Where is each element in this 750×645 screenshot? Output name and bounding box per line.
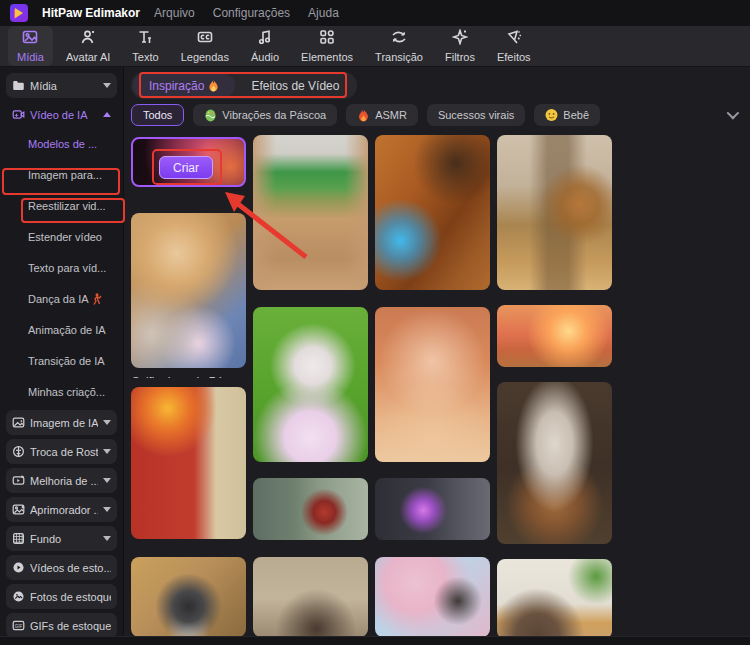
template-caption: Aperto facial 1 <box>254 296 368 298</box>
titlebar: HitPaw Edimakor Arquivo Configurações Aj… <box>0 0 750 26</box>
toolbar-tab-elementos[interactable]: Elementos <box>292 26 362 66</box>
easter-egg-icon <box>204 108 217 122</box>
toolbar-tab-midia[interactable]: Mídia <box>8 26 53 66</box>
sidebar-item-gifs-de-estoque[interactable]: GIF GIFs de estoque <box>6 613 117 637</box>
baby-icon <box>545 108 558 122</box>
expand-categories-button[interactable] <box>720 103 742 125</box>
template-caption: Homem-Ar...a Páscoa <box>376 546 490 548</box>
chip-sucessos-virais[interactable]: Sucessos virais <box>427 104 525 126</box>
sidebar-item-danca-da-ia[interactable]: Dança da IA <box>4 286 119 312</box>
template-card-penguin[interactable] <box>131 557 246 637</box>
sidebar-item-estender-video[interactable]: Estender vídeo <box>4 224 119 250</box>
chevron-down-icon <box>103 420 111 425</box>
chevron-down-icon <box>726 106 739 119</box>
chevron-down-icon <box>103 478 111 483</box>
audio-icon <box>257 29 273 49</box>
menu-arquivo[interactable]: Arquivo <box>154 6 195 20</box>
chevron-up-icon <box>103 112 111 117</box>
toolbar-tab-texto[interactable]: Texto <box>123 26 167 66</box>
template-caption: Derraman...a Páscoa <box>376 468 490 470</box>
menu-ajuda[interactable]: Ajuda <box>308 6 339 20</box>
gif-icon: GIF <box>12 619 25 632</box>
toolbar-tab-filtros[interactable]: Filtros <box>436 26 484 66</box>
image-enhance-icon <box>12 503 25 516</box>
template-card-man-shelf[interactable] <box>497 559 612 637</box>
menu-configuracoes[interactable]: Configurações <box>213 6 290 20</box>
face-swap-icon <box>12 445 25 458</box>
filter-chips-row: Todos Vibrações da Páscoa ASMR Sucessos … <box>131 103 744 126</box>
sidebar-item-reestilizar-video[interactable]: Reestilizar vid... <box>4 193 119 219</box>
template-caption: Patrick Star em chamas <box>132 545 246 548</box>
chip-vibracoes-da-pascoa[interactable]: Vibrações da Páscoa <box>193 104 337 126</box>
sidebar-item-videos-de-estoque[interactable]: Vídeos de esto... <box>6 555 117 580</box>
template-card-cherry-blossom[interactable] <box>375 557 490 637</box>
ai-image-icon <box>12 416 25 429</box>
app-window: HitPaw Edimakor Arquivo Configurações Aj… <box>0 0 750 645</box>
chip-todos[interactable]: Todos <box>131 104 184 126</box>
video-enhance-icon <box>12 474 25 487</box>
template-card-restauracao-porta[interactable] <box>375 135 490 290</box>
avatar-icon <box>80 29 96 49</box>
sidebar-item-texto-para-video[interactable]: Texto para víd... <box>4 255 119 281</box>
chevron-down-icon <box>103 507 111 512</box>
sidebar-item-modelos-de[interactable]: Modelos de ... <box>4 131 119 157</box>
template-caption: Selfie do ... da Páscoa <box>132 374 246 377</box>
text-icon <box>137 29 153 49</box>
template-card-kitchen[interactable] <box>253 557 368 637</box>
sidebar-item-troca-de-rosto[interactable]: Troca de Rost... <box>6 439 117 464</box>
sidebar-item-video-de-ia[interactable]: Vídeo de IA <box>6 102 117 127</box>
sidebar-item-aprimorador[interactable]: Aprimorador ... <box>6 497 117 522</box>
template-card-ilha-amor-fruta[interactable] <box>497 305 612 367</box>
svg-text:GIF: GIF <box>15 624 23 629</box>
dancer-icon <box>92 293 102 305</box>
main-panel: Inspiração Efeitos de Vídeo Todos Vibraç… <box>124 67 750 637</box>
template-card-video-gato[interactable] <box>497 382 612 544</box>
sidebar-item-transicao-de-ia[interactable]: Transição de IA <box>4 348 119 374</box>
template-card-sussurrando[interactable]: Criar <box>131 137 246 187</box>
transition-icon <box>391 29 407 49</box>
tab-inspiracao[interactable]: Inspiração <box>133 74 235 97</box>
chevron-down-icon <box>103 449 111 454</box>
template-caption: Restauração de porta <box>376 296 490 298</box>
template-card-homem-aranha-pascoa[interactable] <box>375 478 490 540</box>
bottom-panel-edge <box>0 636 750 645</box>
template-card-derramamento-pascoa[interactable] <box>375 307 490 462</box>
sidebar-item-minhas-criacoes[interactable]: Minhas criaçõ... <box>4 379 119 405</box>
folder-icon <box>12 79 25 92</box>
toolbar-tab-avatar-ai[interactable]: Avatar AI <box>57 26 119 66</box>
template-card-homem-aranha-dia[interactable] <box>253 478 368 540</box>
media-icon <box>22 29 38 49</box>
template-card-patrick-star[interactable] <box>131 387 246 539</box>
template-card-surpresa-pascoa[interactable] <box>253 307 368 462</box>
sidebar-item-midia[interactable]: Mídia <box>6 73 117 98</box>
toolbar-tab-efeitos[interactable]: Efeitos <box>488 26 540 66</box>
flame-icon <box>357 108 370 122</box>
effects-icon <box>506 29 522 49</box>
captions-icon <box>197 29 213 49</box>
template-card-filhote-pascoa[interactable] <box>497 135 612 290</box>
toolbar-tab-audio[interactable]: Áudio <box>242 26 288 66</box>
template-caption: Sussurrando <box>132 193 246 196</box>
tab-efeitos-de-video[interactable]: Efeitos de Vídeo <box>235 74 355 97</box>
ai-video-icon <box>12 108 25 121</box>
chip-asmr[interactable]: ASMR <box>346 104 418 126</box>
sidebar-item-fotos-de-estoque[interactable]: Fotos de estoque <box>6 584 117 609</box>
elements-icon <box>319 29 335 49</box>
app-title: HitPaw Edimakor <box>42 6 140 20</box>
sidebar: Mídia Vídeo de IA Modelos de ... Imagem … <box>0 67 124 637</box>
flame-icon <box>208 79 219 92</box>
sidebar-item-animacao-de-ia[interactable]: Animação de IA <box>4 317 119 343</box>
sidebar-item-imagem-para[interactable]: Imagem para... <box>4 162 119 188</box>
toolbar-tab-transicao[interactable]: Transição <box>366 26 432 66</box>
sidebar-item-melhoria-de-video[interactable]: Melhoria de ... <box>6 468 117 493</box>
annotation-box-criar <box>152 149 222 185</box>
template-card-aperto-facial[interactable] <box>253 135 368 290</box>
template-grid: Criar Sussurrando Selfie do ... da Pásco… <box>131 135 615 637</box>
sidebar-item-fundo[interactable]: Fundo <box>6 526 117 551</box>
template-card-selfie-pascoa[interactable] <box>131 213 246 368</box>
toolbar-tab-legendas[interactable]: Legendas <box>172 26 238 66</box>
chip-bebe[interactable]: Bebê <box>534 104 600 126</box>
sidebar-item-imagem-de-ia[interactable]: Imagem de IA <box>6 410 117 435</box>
stock-photo-icon <box>12 590 25 603</box>
chevron-down-icon <box>103 536 111 541</box>
